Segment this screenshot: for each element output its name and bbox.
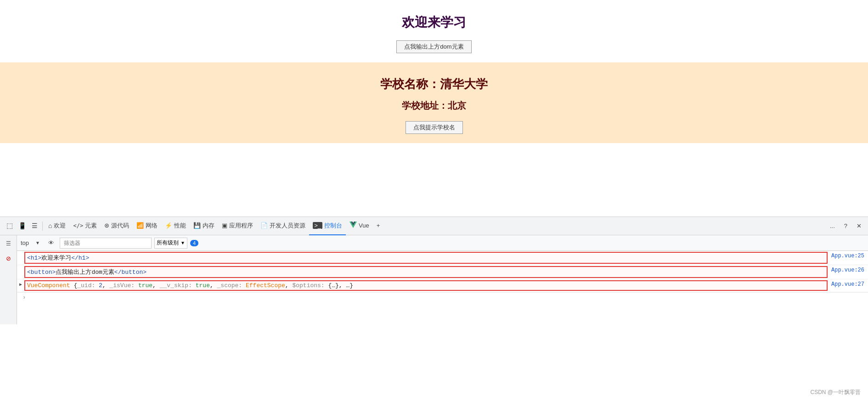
tab-console[interactable]: >_ 控制台 bbox=[309, 217, 346, 235]
tab-sources[interactable]: ⊛ 源代码 bbox=[101, 217, 133, 235]
tab-sources-label: 源代码 bbox=[111, 222, 129, 230]
application-icon: ▣ bbox=[222, 222, 227, 229]
row-2-text: 点我输出上方dom元素 bbox=[56, 269, 114, 276]
row-1-tag-close: </h1> bbox=[71, 255, 89, 261]
top-label: top bbox=[21, 239, 29, 246]
console-icon: >_ bbox=[313, 222, 322, 229]
performance-icon: ⚡ bbox=[165, 222, 172, 229]
eye-icon: 👁 bbox=[48, 239, 54, 246]
tab-network-label: 网络 bbox=[146, 222, 158, 230]
row-3-options-key: $options: bbox=[292, 282, 328, 289]
row-1-text: 欢迎来学习 bbox=[41, 255, 71, 261]
row-1-content: <h1>欢迎来学习</h1> bbox=[24, 252, 828, 264]
row-3-scope-val: EffectScope bbox=[246, 282, 285, 289]
sources-icon: ⊛ bbox=[104, 222, 109, 229]
row-1-tag-open: <h1> bbox=[27, 255, 41, 261]
devtools-left-icons: ☰ ⊘ bbox=[0, 235, 17, 324]
tab-memory-label: 内存 bbox=[203, 222, 214, 230]
elements-icon: </> bbox=[73, 222, 83, 229]
school-address: 学校地址：北京 bbox=[0, 100, 868, 112]
school-section: 学校名称：清华大学 学校地址：北京 点我提示学校名 bbox=[0, 62, 868, 143]
console-log-area: <h1>欢迎来学习</h1> App.vue:25 <button>点我输出上方… bbox=[17, 251, 868, 324]
clear-icon: ⊘ bbox=[6, 255, 11, 262]
main-content-area: 欢迎来学习 点我输出上方dom元素 bbox=[0, 0, 868, 62]
tab-application-label: 应用程序 bbox=[229, 222, 253, 230]
school-name-button[interactable]: 点我提示学校名 bbox=[406, 121, 463, 134]
devtools-device-btn[interactable]: 📱 bbox=[16, 217, 29, 235]
row-3-vskip-key: __v_skip: bbox=[160, 282, 196, 289]
row-3-expand[interactable]: ▶ bbox=[17, 282, 24, 287]
row-3-scope-key: _scope: bbox=[217, 282, 246, 289]
plus-icon: + bbox=[377, 222, 380, 229]
row-2-tag-open: <button> bbox=[27, 269, 56, 276]
devtools-panel: ⬚ 📱 ☰ ⌂ 欢迎 </> 元素 ⊛ 源代码 📶 bbox=[0, 217, 868, 324]
console-toolbar: top ▼ 👁 所有级别 ▼ 4 bbox=[17, 235, 868, 251]
tab-application[interactable]: ▣ 应用程序 bbox=[218, 217, 257, 235]
sidebar-toggle-icon: ☰ bbox=[6, 240, 11, 247]
tab-plus[interactable]: + bbox=[373, 217, 384, 235]
level-select[interactable]: 所有级别 ▼ bbox=[154, 238, 187, 249]
empty-space bbox=[0, 143, 868, 217]
devtools-help-button[interactable]: ? bbox=[841, 221, 850, 231]
tab-welcome[interactable]: ⌂ 欢迎 bbox=[45, 217, 69, 235]
inspect-icon: ⬚ bbox=[6, 222, 13, 230]
row-3-content: VueComponent {_uid: 2, _isVue: true, __v… bbox=[24, 280, 828, 291]
devtools-inspect-btn[interactable]: ⬚ bbox=[4, 217, 16, 235]
console-row-1: <h1>欢迎来学习</h1> App.vue:25 bbox=[17, 251, 868, 265]
output-dom-button[interactable]: 点我输出上方dom元素 bbox=[396, 40, 471, 53]
devtools-tab-bar: ⬚ 📱 ☰ ⌂ 欢迎 </> 元素 ⊛ 源代码 📶 bbox=[0, 217, 868, 235]
school-name: 学校名称：清华大学 bbox=[0, 76, 868, 92]
row-2-content: <button>点我输出上方dom元素</button> bbox=[24, 266, 828, 278]
tab-elements[interactable]: </> 元素 bbox=[69, 217, 101, 235]
tab-elements-label: 元素 bbox=[85, 222, 97, 230]
tab-devresources-label: 开发人员资源 bbox=[270, 222, 305, 230]
row-3-vskip-val: true bbox=[196, 282, 210, 289]
row-2-file[interactable]: App.vue:26 bbox=[828, 266, 868, 274]
level-chevron-icon: ▼ bbox=[180, 240, 185, 245]
row-3-isvue-key: _isVue: bbox=[109, 282, 138, 289]
row-3-vuecmp: VueComponent bbox=[27, 282, 73, 289]
watermark: CSDN @一叶飘零晋 bbox=[810, 389, 861, 396]
sidebar-toggle-button[interactable]: ☰ bbox=[2, 237, 15, 250]
row-3-isvue-val: true bbox=[138, 282, 152, 289]
row-2-tag-close: </button> bbox=[114, 269, 147, 276]
panel-icon: ☰ bbox=[32, 222, 38, 229]
filter-input[interactable] bbox=[60, 238, 152, 249]
row-1-file[interactable]: App.vue:25 bbox=[828, 252, 868, 260]
memory-icon: 💾 bbox=[193, 222, 201, 229]
chevron-down-icon: ▼ bbox=[35, 240, 40, 245]
page-title: 欢迎来学习 bbox=[0, 14, 868, 31]
devresources-icon: 📄 bbox=[260, 222, 268, 229]
tab-vue[interactable]: Vue bbox=[346, 217, 373, 235]
console-row-2: <button>点我输出上方dom元素</button> App.vue:26 bbox=[17, 265, 868, 279]
row-3-uid-val: 2 bbox=[99, 282, 102, 289]
tab-devresources[interactable]: 📄 开发人员资源 bbox=[257, 217, 309, 235]
devtools-main: top ▼ 👁 所有级别 ▼ 4 bbox=[17, 235, 868, 324]
device-icon: 📱 bbox=[18, 222, 26, 229]
row-3-file[interactable]: App.vue:27 bbox=[828, 280, 868, 289]
expand-arrow-icon[interactable]: › bbox=[21, 294, 28, 302]
tab-performance-label: 性能 bbox=[174, 222, 186, 230]
separator bbox=[42, 222, 43, 231]
vue-icon bbox=[349, 221, 357, 230]
devtools-body: ☰ ⊘ top ▼ 👁 bbox=[0, 235, 868, 324]
error-badge: 4 bbox=[190, 240, 198, 246]
home-icon: ⌂ bbox=[48, 222, 52, 229]
top-dropdown-button[interactable]: ▼ bbox=[33, 239, 43, 246]
console-bottom: › bbox=[17, 292, 868, 302]
tab-welcome-label: 欢迎 bbox=[54, 222, 66, 230]
clear-console-button[interactable]: ⊘ bbox=[2, 252, 15, 265]
devtools-more-button[interactable]: ... bbox=[827, 221, 838, 231]
tab-memory[interactable]: 💾 内存 bbox=[190, 217, 218, 235]
tab-vue-label: Vue bbox=[359, 222, 369, 229]
level-select-label: 所有级别 bbox=[157, 239, 179, 247]
devtools-close-button[interactable]: ✕ bbox=[854, 221, 864, 231]
devtools-panel-btn[interactable]: ☰ bbox=[29, 217, 40, 235]
console-row-3: ▶ VueComponent {_uid: 2, _isVue: true, _… bbox=[17, 279, 868, 292]
eye-button[interactable]: 👁 bbox=[45, 239, 57, 247]
tab-performance[interactable]: ⚡ 性能 bbox=[161, 217, 190, 235]
tab-console-label: 控制台 bbox=[324, 222, 342, 230]
devtools-more-area: ... ? ✕ bbox=[827, 221, 864, 231]
row-3-uid-key: _uid: bbox=[77, 282, 99, 289]
tab-network[interactable]: 📶 网络 bbox=[133, 217, 161, 235]
